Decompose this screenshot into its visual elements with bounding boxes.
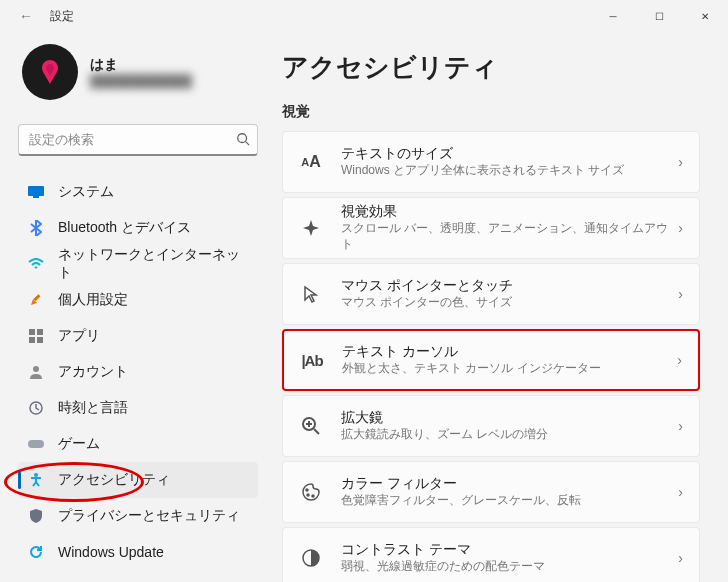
card-subtitle: 拡大鏡読み取り、ズーム レベルの増分 bbox=[341, 427, 678, 443]
card-icon: |Ab bbox=[300, 348, 324, 372]
card-text: マウス ポインターとタッチ マウス ポインターの色、サイズ bbox=[341, 277, 678, 311]
chevron-right-icon: › bbox=[678, 154, 683, 170]
card-title: テキスト カーソル bbox=[342, 343, 677, 361]
card-icon bbox=[299, 480, 323, 504]
svg-rect-7 bbox=[29, 337, 35, 343]
card-title: 拡大鏡 bbox=[341, 409, 678, 427]
settings-card[interactable]: コントラスト テーマ 弱視、光線過敏症のための配色テーマ › bbox=[282, 527, 700, 582]
minimize-button[interactable]: ─ bbox=[590, 0, 636, 32]
settings-card[interactable]: AA テキストのサイズ Windows とアプリ全体に表示されるテキスト サイズ… bbox=[282, 131, 700, 193]
card-icon bbox=[299, 414, 323, 438]
sidebar-item-label: 時刻と言語 bbox=[58, 399, 128, 417]
sidebar-item-bluetooth[interactable]: Bluetooth とデバイス bbox=[18, 210, 258, 246]
settings-card[interactable]: 視覚効果 スクロール バー、透明度、アニメーション、通知タイムアウト › bbox=[282, 197, 700, 259]
search-wrap bbox=[18, 124, 258, 156]
sidebar-item-label: アカウント bbox=[58, 363, 128, 381]
svg-point-0 bbox=[238, 134, 247, 143]
svg-rect-3 bbox=[33, 196, 39, 198]
card-icon: AA bbox=[299, 150, 323, 174]
svg-point-17 bbox=[306, 489, 308, 491]
card-icon bbox=[299, 546, 323, 570]
search-input[interactable] bbox=[18, 124, 258, 156]
card-subtitle: Windows とアプリ全体に表示されるテキスト サイズ bbox=[341, 163, 678, 179]
chevron-right-icon: › bbox=[678, 418, 683, 434]
section-label: 視覚 bbox=[282, 103, 700, 121]
svg-rect-6 bbox=[37, 329, 43, 335]
sidebar-item-system[interactable]: システム bbox=[18, 174, 258, 210]
chevron-right-icon: › bbox=[677, 352, 682, 368]
sidebar-item-label: プライバシーとセキュリティ bbox=[58, 507, 240, 525]
card-title: マウス ポインターとタッチ bbox=[341, 277, 678, 295]
card-subtitle: 外観と太さ、テキスト カーソル インジケーター bbox=[342, 361, 677, 377]
svg-rect-5 bbox=[29, 329, 35, 335]
account-icon bbox=[28, 364, 44, 380]
user-block[interactable]: はま ████████████ bbox=[18, 40, 258, 104]
window-title: 設定 bbox=[50, 8, 74, 25]
update-icon bbox=[28, 544, 44, 560]
cards-container: AA テキストのサイズ Windows とアプリ全体に表示されるテキスト サイズ… bbox=[282, 131, 700, 582]
card-title: コントラスト テーマ bbox=[341, 541, 678, 559]
sidebar-item-label: システム bbox=[58, 183, 114, 201]
network-icon bbox=[28, 256, 44, 272]
svg-rect-11 bbox=[28, 440, 44, 448]
card-title: 視覚効果 bbox=[341, 203, 678, 221]
card-icon bbox=[299, 282, 323, 306]
titlebar: ← 設定 ─ ☐ ✕ bbox=[0, 0, 728, 32]
sidebar-item-accessibility[interactable]: アクセシビリティ bbox=[18, 462, 258, 498]
user-name: はま bbox=[90, 56, 192, 74]
svg-point-12 bbox=[34, 473, 38, 477]
sidebar-item-privacy[interactable]: プライバシーとセキュリティ bbox=[18, 498, 258, 534]
card-title: カラー フィルター bbox=[341, 475, 678, 493]
accessibility-icon bbox=[28, 472, 44, 488]
gaming-icon bbox=[28, 436, 44, 452]
user-email: ████████████ bbox=[90, 74, 192, 88]
personalize-icon bbox=[28, 292, 44, 308]
card-subtitle: スクロール バー、透明度、アニメーション、通知タイムアウト bbox=[341, 221, 678, 252]
search-icon bbox=[236, 132, 250, 149]
card-subtitle: マウス ポインターの色、サイズ bbox=[341, 295, 678, 311]
avatar bbox=[22, 44, 78, 100]
sidebar-item-label: ゲーム bbox=[58, 435, 100, 453]
maximize-button[interactable]: ☐ bbox=[636, 0, 682, 32]
sidebar-item-label: アプリ bbox=[58, 327, 100, 345]
sidebar-item-account[interactable]: アカウント bbox=[18, 354, 258, 390]
card-text: テキスト カーソル 外観と太さ、テキスト カーソル インジケーター bbox=[342, 343, 677, 377]
close-button[interactable]: ✕ bbox=[682, 0, 728, 32]
sidebar-item-label: Windows Update bbox=[58, 544, 164, 560]
main-content: アクセシビリティ 視覚 AA テキストのサイズ Windows とアプリ全体に表… bbox=[270, 32, 728, 582]
sidebar-item-update[interactable]: Windows Update bbox=[18, 534, 258, 570]
card-text: 拡大鏡 拡大鏡読み取り、ズーム レベルの増分 bbox=[341, 409, 678, 443]
card-text: コントラスト テーマ 弱視、光線過敏症のための配色テーマ bbox=[341, 541, 678, 575]
chevron-right-icon: › bbox=[678, 220, 683, 236]
settings-card[interactable]: マウス ポインターとタッチ マウス ポインターの色、サイズ › bbox=[282, 263, 700, 325]
card-subtitle: 色覚障害フィルター、グレースケール、反転 bbox=[341, 493, 678, 509]
svg-point-18 bbox=[307, 494, 309, 496]
sidebar-item-apps[interactable]: アプリ bbox=[18, 318, 258, 354]
sidebar-item-label: アクセシビリティ bbox=[58, 471, 170, 489]
svg-rect-8 bbox=[37, 337, 43, 343]
settings-card[interactable]: カラー フィルター 色覚障害フィルター、グレースケール、反転 › bbox=[282, 461, 700, 523]
page-title: アクセシビリティ bbox=[282, 50, 700, 85]
settings-card[interactable]: |Ab テキスト カーソル 外観と太さ、テキスト カーソル インジケーター › bbox=[282, 329, 700, 391]
card-text: 視覚効果 スクロール バー、透明度、アニメーション、通知タイムアウト bbox=[341, 203, 678, 252]
nav-list: システムBluetooth とデバイスネットワークとインターネット個人用設定アプ… bbox=[18, 174, 258, 570]
svg-point-9 bbox=[33, 366, 39, 372]
sidebar: はま ████████████ システムBluetooth とデバイスネットワー… bbox=[0, 32, 270, 582]
card-title: テキストのサイズ bbox=[341, 145, 678, 163]
privacy-icon bbox=[28, 508, 44, 524]
sidebar-item-personalize[interactable]: 個人用設定 bbox=[18, 282, 258, 318]
sidebar-item-gaming[interactable]: ゲーム bbox=[18, 426, 258, 462]
sidebar-item-network[interactable]: ネットワークとインターネット bbox=[18, 246, 258, 282]
svg-line-14 bbox=[314, 429, 319, 434]
time-icon bbox=[28, 400, 44, 416]
settings-card[interactable]: 拡大鏡 拡大鏡読み取り、ズーム レベルの増分 › bbox=[282, 395, 700, 457]
apps-icon bbox=[28, 328, 44, 344]
chevron-right-icon: › bbox=[678, 286, 683, 302]
sidebar-item-label: Bluetooth とデバイス bbox=[58, 219, 191, 237]
system-icon bbox=[28, 184, 44, 200]
svg-rect-4 bbox=[33, 294, 40, 301]
card-text: カラー フィルター 色覚障害フィルター、グレースケール、反転 bbox=[341, 475, 678, 509]
sidebar-item-time[interactable]: 時刻と言語 bbox=[18, 390, 258, 426]
card-subtitle: 弱視、光線過敏症のための配色テーマ bbox=[341, 559, 678, 575]
back-button[interactable]: ← bbox=[14, 4, 38, 28]
